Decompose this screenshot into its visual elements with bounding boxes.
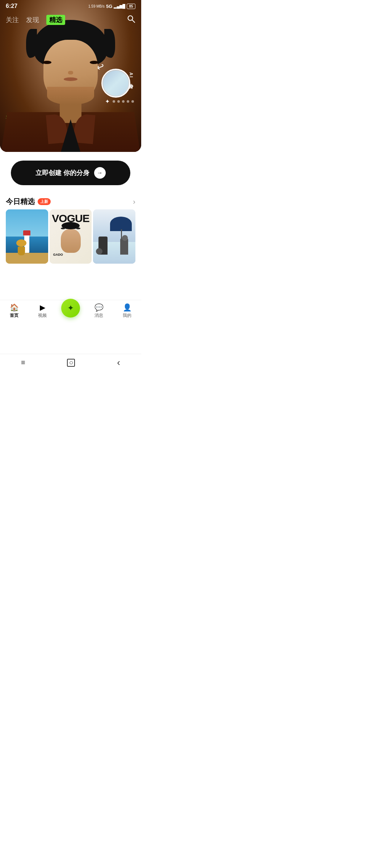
- network-type: 5G: [106, 4, 112, 9]
- status-bar: 6:27 1.59 MB/s 5G ▂▄▆█ 85: [0, 0, 141, 11]
- ai-avatar-inner: [103, 71, 129, 96]
- cta-section: 立即创建 你的分身 →: [0, 152, 141, 191]
- cta-arrow-icon: →: [94, 167, 106, 179]
- signal-bars: ▂▄▆█: [114, 4, 125, 9]
- grid-item-winter[interactable]: [93, 209, 135, 264]
- sys-back-icon[interactable]: ‹: [117, 357, 120, 368]
- nav-video-label: 视频: [38, 312, 47, 319]
- dot-4: [122, 100, 125, 103]
- ai-badge[interactable]: ↩ AI 分身: [101, 69, 130, 98]
- speed-indicator: 1.59 MB/s: [88, 4, 105, 8]
- tab-follow[interactable]: 关注: [6, 16, 19, 24]
- nav-item-video[interactable]: ▶ 视频: [28, 303, 56, 319]
- create-star-icon: ✦: [67, 303, 74, 313]
- main-content: 立即创建 你的分身 → 今日精选 上新 ›: [0, 152, 141, 300]
- image-grid: VOGUE GADO: [0, 209, 141, 264]
- system-navigation: ≡ ○ ‹: [0, 354, 141, 374]
- message-icon: 💬: [94, 303, 104, 312]
- dot-2: [113, 100, 115, 103]
- nav-item-home[interactable]: 🏠 首页: [0, 303, 28, 319]
- search-icon[interactable]: [127, 14, 135, 25]
- page-wrapper: 6:27 1.59 MB/s 5G ▂▄▆█ 85 关注 发现 精选 ↩: [0, 0, 141, 374]
- nav-profile-label: 我的: [123, 312, 131, 319]
- new-badge: 上新: [38, 198, 51, 205]
- carousel-dots: ✦: [105, 98, 134, 105]
- sys-home-icon[interactable]: ○: [67, 359, 75, 367]
- home-icon: 🏠: [10, 303, 19, 312]
- nav-item-message[interactable]: 💬 消息: [85, 303, 113, 319]
- nav-item-profile[interactable]: 👤 我的: [113, 303, 141, 319]
- section-title: 今日精选: [6, 197, 35, 207]
- more-button[interactable]: ›: [133, 197, 135, 206]
- dot-3: [117, 100, 120, 103]
- dot-6: [131, 100, 134, 103]
- grid-item-lighthouse[interactable]: [6, 209, 48, 264]
- gado-label: GADO: [53, 253, 63, 256]
- video-icon: ▶: [40, 303, 45, 312]
- sys-menu-icon[interactable]: ≡: [21, 358, 25, 367]
- grid-item-vogue[interactable]: VOGUE GADO: [50, 209, 92, 264]
- profile-icon: 👤: [123, 303, 132, 312]
- create-center-button[interactable]: ✦: [61, 299, 80, 318]
- status-icons: 1.59 MB/s 5G ▂▄▆█ 85: [88, 4, 135, 9]
- ai-avatar: [101, 69, 130, 98]
- cta-label: 立即创建 你的分身: [35, 169, 89, 177]
- ai-label: AI 分身: [128, 72, 134, 81]
- nav-item-create[interactable]: ✦: [56, 305, 85, 318]
- star-dot: ✦: [105, 98, 110, 105]
- today-section-header: 今日精选 上新 ›: [0, 191, 141, 209]
- hero-section: 6:27 1.59 MB/s 5G ▂▄▆█ 85 关注 发现 精选 ↩: [0, 0, 141, 152]
- nav-home-label: 首页: [10, 312, 18, 319]
- nav-message-label: 消息: [94, 312, 103, 319]
- create-avatar-button[interactable]: 立即创建 你的分身 →: [11, 161, 130, 185]
- tab-featured[interactable]: 精选: [46, 15, 65, 25]
- svg-line-1: [132, 20, 135, 22]
- dot-5: [127, 100, 129, 103]
- battery-indicator: 85: [127, 4, 135, 9]
- bottom-navigation: 🏠 首页 ▶ 视频 ✦ 💬 消息 👤 我的: [0, 300, 141, 323]
- tab-discover[interactable]: 发现: [26, 16, 39, 24]
- status-time: 6:27: [6, 3, 17, 9]
